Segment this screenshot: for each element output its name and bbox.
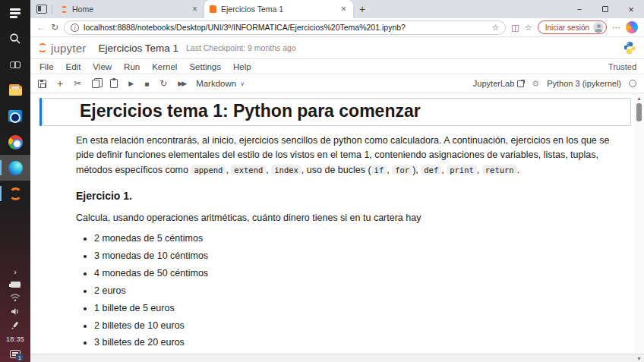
copy-cell-button[interactable] <box>92 80 99 88</box>
minimize-button[interactable]: − <box>567 0 592 18</box>
cell-type-label: Markdown <box>196 79 236 88</box>
list-item: 2 euros <box>94 284 623 298</box>
copy-icon <box>92 80 99 88</box>
jupyterlab-link[interactable]: JupyterLab <box>473 79 524 88</box>
chrome-icon <box>8 135 23 150</box>
intro-paragraph: En esta relación encontrarás, al inicio,… <box>76 134 623 178</box>
paste-icon <box>110 79 118 88</box>
vertical-scrollbar[interactable]: ▲ <box>634 93 644 354</box>
menu-kernel[interactable]: Kernel <box>146 62 183 71</box>
speaker-icon <box>11 307 21 316</box>
menu-file[interactable]: File <box>38 62 60 71</box>
trusted-badge[interactable]: Trusted <box>608 62 636 71</box>
notebook-scroll-area: Ejercicios tema 1: Python para comenzar … <box>30 93 634 354</box>
taskbar-search-button[interactable] <box>0 26 30 52</box>
notebook-title[interactable]: Ejercicios Tema 1 <box>98 42 178 54</box>
system-tray: › 18:35 1 <box>0 263 30 362</box>
markdown-cell-intro[interactable]: En esta relación encontrarás, al inicio,… <box>36 134 631 178</box>
menu-settings[interactable]: Settings <box>183 62 227 71</box>
tabstrip-divider <box>52 5 52 14</box>
address-bar: ← ↻ i localhost:8888/notebooks/Desktop/U… <box>30 18 644 37</box>
maximize-button[interactable] <box>592 0 618 18</box>
pen-button[interactable] <box>11 321 20 330</box>
copilot-icon[interactable] <box>626 21 638 33</box>
checkpoint-text: Last Checkpoint: 9 months ago <box>186 43 296 52</box>
url-field[interactable]: i localhost:8888/notebooks/Desktop/UNI/3… <box>64 20 506 35</box>
browser-menu-icon[interactable]: ⋯ <box>612 23 620 33</box>
start-button[interactable] <box>0 0 30 26</box>
scroll-up-icon[interactable]: ▲ <box>636 93 642 103</box>
jupyter-app-button[interactable] <box>0 181 30 206</box>
chevron-down-icon: ∨ <box>240 80 245 87</box>
cell-prompt <box>36 134 76 139</box>
jupyter-logo[interactable]: jupyter <box>38 42 86 55</box>
cell-type-dropdown[interactable]: Markdown ∨ <box>196 79 245 88</box>
network-button[interactable] <box>10 293 21 302</box>
menu-help[interactable]: Help <box>227 62 257 71</box>
back-button[interactable]: ← <box>36 22 46 33</box>
add-cell-button[interactable]: + <box>57 77 63 90</box>
task-view-icon <box>10 61 21 69</box>
notebook-heading: Ejercicios tema 1: Python para comenzar <box>80 101 630 121</box>
split-screen-icon[interactable]: ◫ <box>511 23 519 33</box>
jupyter-menubar: File Edit View Run Kernel Settings Help … <box>30 59 644 74</box>
volume-button[interactable] <box>11 307 21 316</box>
markdown-cell-heading[interactable]: Ejercicios tema 1: Python para comenzar <box>39 98 631 126</box>
run-all-button[interactable]: ▶▶ <box>178 80 185 87</box>
edge-icon <box>8 161 23 175</box>
menu-edit[interactable]: Edit <box>60 62 87 71</box>
notebook-favicon <box>210 5 216 13</box>
notification-center-button[interactable]: 1 <box>10 350 21 358</box>
list-item: 3 billetes de 20 euros <box>94 335 623 350</box>
search-icon <box>9 33 21 45</box>
close-button[interactable]: × <box>618 0 644 18</box>
stop-kernel-button[interactable]: ■ <box>144 80 149 88</box>
tab-close-icon[interactable]: × <box>191 4 199 14</box>
paste-cell-button[interactable] <box>110 79 118 88</box>
outlook-button[interactable] <box>0 103 30 129</box>
notebook-area: Ejercicios tema 1: Python para comenzar … <box>30 93 644 362</box>
tab-label: Home <box>72 5 186 14</box>
hidden-icons-chevron[interactable]: › <box>14 267 17 276</box>
sign-in-button[interactable]: Iniciar sesión <box>538 20 607 34</box>
tab-close-icon[interactable]: × <box>339 4 348 14</box>
python-logo-icon <box>623 41 636 55</box>
battery-button[interactable] <box>11 282 21 288</box>
jupyter-header: jupyter Ejercicios Tema 1 Last Checkpoin… <box>30 37 644 59</box>
markdown-cell-exercise[interactable]: Ejercicio 1. Calcula, usando operaciones… <box>36 188 631 353</box>
list-item: 1 billete de 5 euros <box>94 301 623 316</box>
wifi-icon <box>10 293 21 302</box>
jupyter-favicon <box>61 6 68 13</box>
menu-run[interactable]: Run <box>118 62 146 71</box>
scroll-down-icon[interactable]: ▼ <box>636 356 644 361</box>
tab-ejercicios[interactable]: Ejercicios Tema 1 × <box>204 0 353 18</box>
tab-actions-button[interactable] <box>36 5 47 14</box>
save-button[interactable] <box>38 80 46 88</box>
kernel-status-icon <box>629 80 636 87</box>
favorites-bar-icon[interactable]: ☆︎ <box>525 23 532 33</box>
tab-home[interactable]: Home × <box>55 0 204 18</box>
toolbar-right: JupyterLab ⚙ Python 3 (ipykernel) <box>473 79 636 89</box>
file-explorer-button[interactable] <box>0 77 30 103</box>
taskbar-clock[interactable]: 18:35 <box>6 335 24 343</box>
reload-button[interactable]: ↻ <box>51 22 58 33</box>
edge-button[interactable] <box>0 155 30 181</box>
scrollbar-thumb[interactable] <box>636 103 642 121</box>
avatar <box>593 22 604 33</box>
site-info-icon[interactable]: i <box>71 24 79 32</box>
run-cell-button[interactable]: ▶ <box>128 80 134 87</box>
selected-cell-indicator <box>39 98 42 126</box>
save-icon <box>38 80 46 88</box>
notebook-footer-strip: ▼ <box>30 354 644 362</box>
chrome-button[interactable] <box>0 129 30 155</box>
new-tab-button[interactable]: + <box>359 3 365 15</box>
favorite-star-icon[interactable]: ☆ <box>491 23 499 33</box>
restart-kernel-button[interactable]: ↻ <box>159 78 167 89</box>
menu-view[interactable]: View <box>87 62 118 71</box>
list-item: 4 monedas de 50 céntimos <box>94 266 623 281</box>
kernel-name[interactable]: Python 3 (ipykernel) <box>547 79 621 88</box>
jupyterlab-label: JupyterLab <box>473 79 514 88</box>
external-link-icon <box>517 80 524 87</box>
cut-cell-button[interactable]: ✂ <box>74 78 81 89</box>
task-view-button[interactable] <box>0 52 30 77</box>
